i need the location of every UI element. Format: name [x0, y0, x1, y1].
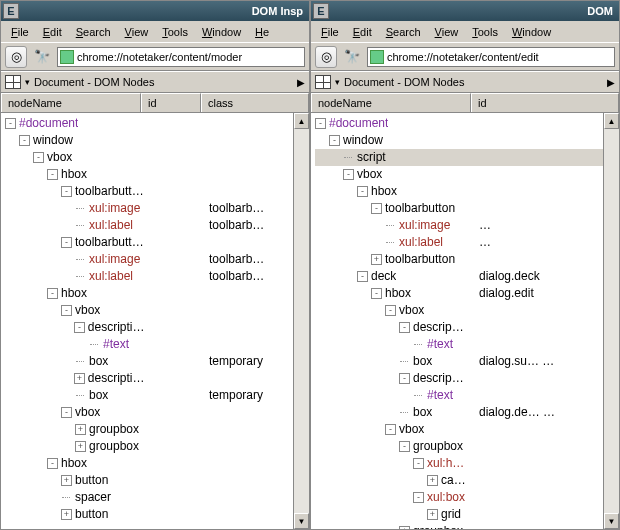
- tree-row[interactable]: -descrip…: [315, 370, 603, 387]
- tree-row[interactable]: +grid: [315, 506, 603, 523]
- menu-tools[interactable]: Tools: [156, 24, 194, 40]
- collapse-icon[interactable]: -: [385, 424, 396, 435]
- tree-row[interactable]: boxdialog.de… …: [315, 404, 603, 421]
- expand-icon[interactable]: +: [74, 373, 85, 384]
- menu-view[interactable]: View: [429, 24, 465, 40]
- collapse-icon[interactable]: -: [47, 169, 58, 180]
- collapse-icon[interactable]: -: [329, 135, 340, 146]
- tree-row[interactable]: xul:labeltoolbarb…: [5, 268, 293, 285]
- tree-row[interactable]: xul:imagetoolbarb…: [5, 200, 293, 217]
- scroll-down-icon[interactable]: ▼: [294, 513, 309, 529]
- tree-row[interactable]: -hbox: [5, 166, 293, 183]
- tree-row[interactable]: -hbox: [5, 455, 293, 472]
- menu-tools[interactable]: Tools: [466, 24, 504, 40]
- tree[interactable]: -#document-window-vbox-hbox-toolbarbutt……: [1, 113, 293, 529]
- menu-window[interactable]: Window: [506, 24, 557, 40]
- collapse-icon[interactable]: -: [399, 441, 410, 452]
- collapse-icon[interactable]: -: [315, 118, 326, 129]
- inspect-icon[interactable]: ◎: [5, 46, 27, 68]
- expand-icon[interactable]: +: [75, 424, 86, 435]
- tree-row[interactable]: -vbox: [315, 166, 603, 183]
- tree-row[interactable]: -descrip…: [315, 319, 603, 336]
- menu-window[interactable]: Window: [196, 24, 247, 40]
- menu-search[interactable]: Search: [70, 24, 117, 40]
- col-nodename[interactable]: nodeName: [1, 93, 141, 112]
- tree-row[interactable]: -toolbarbutt…: [5, 234, 293, 251]
- grid-icon[interactable]: [5, 75, 21, 89]
- tree-row[interactable]: -window: [315, 132, 603, 149]
- tree-row[interactable]: boxtemporary: [5, 387, 293, 404]
- arrow-right-icon[interactable]: ▶: [297, 77, 305, 88]
- collapse-icon[interactable]: -: [413, 458, 424, 469]
- binoculars-icon[interactable]: 🔭: [31, 46, 53, 68]
- menu-file[interactable]: File: [5, 24, 35, 40]
- tree-row[interactable]: -window: [5, 132, 293, 149]
- col-id[interactable]: id: [471, 93, 619, 112]
- tree-row[interactable]: +groupbox: [5, 421, 293, 438]
- collapse-icon[interactable]: -: [33, 152, 44, 163]
- menu-edit[interactable]: Edit: [347, 24, 378, 40]
- collapse-icon[interactable]: -: [61, 305, 72, 316]
- inspect-icon[interactable]: ◎: [315, 46, 337, 68]
- dropdown-icon[interactable]: ▾: [25, 77, 30, 87]
- tree-row[interactable]: xul:image…: [315, 217, 603, 234]
- collapse-icon[interactable]: -: [357, 271, 368, 282]
- tree-row[interactable]: -groupbox: [315, 438, 603, 455]
- tree-row[interactable]: +ca…: [315, 472, 603, 489]
- tree-row[interactable]: xul:labeltoolbarb…: [5, 217, 293, 234]
- collapse-icon[interactable]: -: [399, 373, 410, 384]
- tree-row[interactable]: -deckdialog.deck: [315, 268, 603, 285]
- tree-row[interactable]: -vbox: [315, 421, 603, 438]
- collapse-icon[interactable]: -: [385, 305, 396, 316]
- tree-row[interactable]: -#document: [5, 115, 293, 132]
- dropdown-icon[interactable]: ▾: [335, 77, 340, 87]
- expand-icon[interactable]: +: [427, 509, 438, 520]
- collapse-icon[interactable]: -: [371, 288, 382, 299]
- tree-row[interactable]: -hbox: [315, 183, 603, 200]
- tree-row[interactable]: +button: [5, 472, 293, 489]
- collapse-icon[interactable]: -: [371, 203, 382, 214]
- tree-row[interactable]: -hboxdialog.edit: [315, 285, 603, 302]
- col-nodename[interactable]: nodeName: [311, 93, 471, 112]
- tree-row[interactable]: spacer: [5, 489, 293, 506]
- grid-icon[interactable]: [315, 75, 331, 89]
- menu-edit[interactable]: Edit: [37, 24, 68, 40]
- tree-row[interactable]: xul:label…: [315, 234, 603, 251]
- col-id[interactable]: id: [141, 93, 201, 112]
- expand-icon[interactable]: +: [61, 475, 72, 486]
- collapse-icon[interactable]: -: [47, 458, 58, 469]
- collapse-icon[interactable]: -: [5, 118, 16, 129]
- collapse-icon[interactable]: -: [61, 407, 72, 418]
- tree-row[interactable]: +description: [5, 370, 293, 387]
- collapse-icon[interactable]: -: [47, 288, 58, 299]
- arrow-right-icon[interactable]: ▶: [607, 77, 615, 88]
- expand-icon[interactable]: +: [399, 526, 410, 529]
- menu-file[interactable]: File: [315, 24, 345, 40]
- tree-row[interactable]: +toolbarbutton: [315, 251, 603, 268]
- menu-help[interactable]: He: [249, 24, 275, 40]
- tree-row[interactable]: #text: [5, 336, 293, 353]
- tree-row[interactable]: -vbox: [5, 149, 293, 166]
- expand-icon[interactable]: +: [427, 475, 438, 486]
- collapse-icon[interactable]: -: [413, 492, 424, 503]
- tree-row[interactable]: boxtemporary: [5, 353, 293, 370]
- collapse-icon[interactable]: -: [343, 169, 354, 180]
- collapse-icon[interactable]: -: [61, 186, 72, 197]
- tree-row[interactable]: +button: [5, 506, 293, 523]
- tree-row[interactable]: -xul:box: [315, 489, 603, 506]
- tree-row[interactable]: #text: [315, 387, 603, 404]
- collapse-icon[interactable]: -: [74, 322, 85, 333]
- tree-row[interactable]: -toolbarbutt…: [5, 183, 293, 200]
- tree-row[interactable]: +groupbox: [315, 523, 603, 529]
- tree-row[interactable]: -vbox: [5, 302, 293, 319]
- collapse-icon[interactable]: -: [61, 237, 72, 248]
- tree-row[interactable]: +groupbox: [5, 438, 293, 455]
- expand-icon[interactable]: +: [371, 254, 382, 265]
- expand-icon[interactable]: +: [61, 509, 72, 520]
- menu-search[interactable]: Search: [380, 24, 427, 40]
- expand-icon[interactable]: +: [75, 441, 86, 452]
- collapse-icon[interactable]: -: [357, 186, 368, 197]
- tree-row[interactable]: boxdialog.su… …: [315, 353, 603, 370]
- collapse-icon[interactable]: -: [399, 322, 410, 333]
- url-input[interactable]: chrome://notetaker/content/edit: [367, 47, 615, 67]
